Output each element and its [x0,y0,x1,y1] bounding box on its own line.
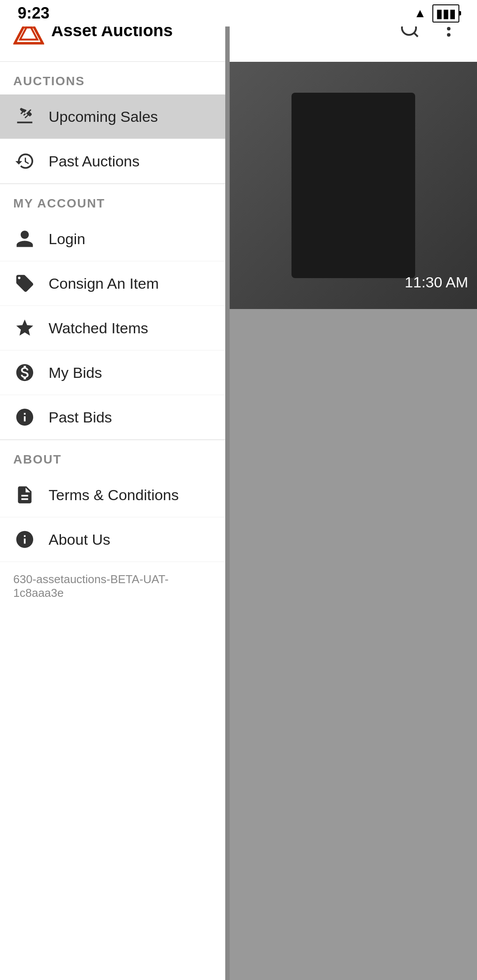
menu-item-past-auctions[interactable]: Past Auctions [0,139,225,184]
menu-item-my-bids[interactable]: My Bids [0,351,225,395]
section-myaccount-header: MY ACCOUNT [0,184,225,217]
menu-label-login: Login [49,230,85,248]
navigation-drawer: Asset Auctions AUCTIONS Upcoming Sales P… [0,0,225,980]
menu-item-past-bids[interactable]: Past Bids [0,395,225,440]
status-time: 9:23 [18,4,49,23]
section-about-header: ABOUT [0,440,225,473]
person-icon [13,227,36,250]
auction-image [230,62,477,309]
star-icon [13,317,36,339]
menu-label-consign: Consign An Item [49,275,159,292]
menu-label-past-bids: Past Bids [49,409,112,426]
section-auctions-header: AUCTIONS [0,62,225,94]
svg-line-1 [414,33,418,37]
menu-label-watched: Watched Items [49,320,148,337]
menu-item-login[interactable]: Login [0,217,225,261]
menu-item-watched[interactable]: Watched Items [0,306,225,351]
past-bids-icon [13,406,36,429]
menu-item-consign[interactable]: Consign An Item [0,261,225,306]
bid-icon [13,361,36,384]
signal-icon: ▲ [414,6,426,20]
status-icons: ▲ ▮▮▮ [414,4,459,23]
menu-label-upcoming-sales: Upcoming Sales [49,108,158,125]
battery-icon: ▮▮▮ [432,4,459,23]
menu-label-terms: Terms & Conditions [49,486,179,504]
document-icon [13,483,36,506]
menu-label-past-auctions: Past Auctions [49,153,140,170]
auction-timestamp: 11:30 AM [405,274,468,291]
tag-icon [13,272,36,295]
menu-item-about-us[interactable]: About Us [0,517,225,562]
menu-label-about-us: About Us [49,531,110,548]
menu-item-upcoming-sales[interactable]: Upcoming Sales [0,94,225,139]
menu-label-my-bids: My Bids [49,364,102,381]
svg-point-3 [447,27,450,30]
info-icon [13,528,36,551]
status-bar: 9:23 ▲ ▮▮▮ [0,0,477,26]
menu-item-terms[interactable]: Terms & Conditions [0,473,225,517]
version-label: 630-assetauctions-BETA-UAT-1c8aaa3e [0,562,225,611]
history-icon [13,150,36,173]
svg-point-4 [447,33,450,37]
hammer-icon [13,105,36,128]
